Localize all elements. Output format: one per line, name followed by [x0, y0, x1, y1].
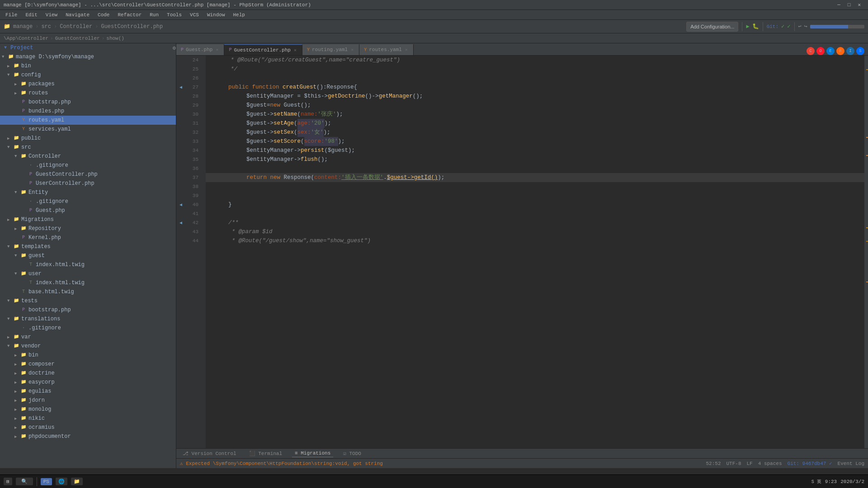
bottom-tab-migrations[interactable]: ≡ Migrations	[292, 450, 333, 457]
tree-item-bin[interactable]: ▶ 📁 bin	[0, 61, 176, 70]
tree-item-repository[interactable]: ▶ 📁 Repository	[0, 224, 176, 233]
breadcrumb-manage[interactable]: manage	[13, 23, 33, 30]
taskbar-app-phpstorm[interactable]: PS	[41, 478, 52, 485]
tree-item-nikic[interactable]: ▶ 📁 nikic	[0, 414, 176, 423]
tree-item-manage[interactable]: ▼ 📁 manage D:\symfony\manage	[0, 52, 176, 61]
tree-item-gitignore-entity[interactable]: · .gitignore	[0, 197, 176, 206]
usercontroller-label: UserController.php	[36, 180, 94, 187]
taskbar-app-files[interactable]: 📁	[71, 478, 83, 485]
tab-routing-yaml[interactable]: Y routing.yaml ✕	[302, 44, 359, 55]
tree-item-base-twig[interactable]: T base.html.twig	[0, 287, 176, 296]
menu-edit[interactable]: Edit	[22, 11, 41, 19]
menu-view[interactable]: View	[42, 11, 61, 19]
breadcrumb-src[interactable]: src	[41, 23, 51, 30]
minimize-btn[interactable]: ─	[834, 2, 844, 8]
tree-item-doctrine[interactable]: ▶ 📁 doctrine	[0, 369, 176, 378]
tree-item-guest-php[interactable]: P Guest.php	[0, 206, 176, 215]
tree-item-gitignore-ctrl[interactable]: · .gitignore	[0, 161, 176, 170]
maximize-btn[interactable]: □	[844, 2, 854, 8]
tree-item-src[interactable]: ▼ 📁 src	[0, 143, 176, 152]
right-scrollbar-accent	[864, 56, 868, 448]
tree-item-routes[interactable]: ▶ 📁 routes	[0, 89, 176, 98]
tab-guest-php-close[interactable]: ✕	[215, 47, 219, 53]
add-configuration-button[interactable]: Add Configuration...	[686, 22, 738, 32]
firefox-icon[interactable]: F	[836, 47, 844, 55]
menu-run[interactable]: Run	[146, 11, 162, 19]
tree-item-index-html-twig[interactable]: T index.html.twig	[0, 260, 176, 269]
status-event-log[interactable]: Event Log	[838, 461, 864, 466]
tab-routes-yaml-close[interactable]: ✕	[404, 47, 409, 53]
tree-item-composer[interactable]: ▶ 📁 composer	[0, 360, 176, 369]
tree-item-controller-folder[interactable]: ▼ 📁 Controller	[0, 152, 176, 161]
tree-item-phpdocumentor[interactable]: ▶ 📁 phpdocumentor	[0, 432, 176, 441]
tree-item-egulias[interactable]: ▶ 📁 egulias	[0, 387, 176, 396]
git-check-2[interactable]: ✓	[787, 23, 790, 30]
tree-item-jdorn[interactable]: ▶ 📁 jdorn	[0, 396, 176, 405]
breadcrumb-file[interactable]: GuestController.php	[101, 23, 163, 30]
tree-item-migrations[interactable]: ▶ 📁 Migrations	[0, 215, 176, 224]
tab-routing-yaml-close[interactable]: ✕	[350, 47, 354, 53]
taskbar-search[interactable]: 🔍	[16, 478, 33, 485]
sidebar-settings-icon[interactable]: ⚙	[173, 45, 176, 52]
menu-vcs[interactable]: VCS	[186, 11, 203, 19]
tree-item-tests[interactable]: ▼ 📁 tests	[0, 296, 176, 305]
menu-navigate[interactable]: Navigate	[62, 11, 93, 19]
bottom-tab-version-control[interactable]: ⎇ Version Control	[180, 450, 239, 458]
code-content[interactable]: * @Route("/guest/creatGuest",name="creat…	[206, 56, 864, 448]
tab-guest-php[interactable]: P Guest.php ✕	[176, 44, 224, 55]
tree-item-packages[interactable]: ▶ 📁 packages	[0, 80, 176, 89]
tree-item-monolog[interactable]: ▶ 📁 monolog	[0, 405, 176, 414]
tree-item-bundles-php[interactable]: P bundles.php	[0, 107, 176, 116]
menu-help[interactable]: Help	[230, 11, 249, 19]
tree-item-routes-yaml[interactable]: Y routes.yaml	[0, 116, 176, 125]
tab-routes-yaml[interactable]: Y routes.yaml ✕	[359, 44, 414, 55]
gutter-24	[176, 56, 185, 65]
menu-tools[interactable]: Tools	[163, 11, 185, 19]
tree-item-guest-tpl[interactable]: ▼ 📁 guest	[0, 251, 176, 260]
tree-item-user-tpl[interactable]: ▼ 📁 user	[0, 269, 176, 278]
menu-window[interactable]: Window	[203, 11, 229, 19]
opera-icon[interactable]: O	[816, 47, 825, 55]
bottom-tab-todo[interactable]: ☑ TODO	[340, 450, 364, 458]
tree-item-bin-vendor[interactable]: ▶ 📁 bin	[0, 351, 176, 360]
taskbar-start[interactable]: ⊞	[4, 478, 12, 485]
ie-icon[interactable]: I	[846, 47, 854, 55]
undo-icon[interactable]: ↩	[798, 23, 802, 30]
menu-refactor[interactable]: Refactor	[114, 11, 145, 19]
edge-icon[interactable]: E	[826, 47, 835, 55]
redo-icon[interactable]: ↪	[804, 23, 807, 30]
tree-item-ocramius[interactable]: ▶ 📁 ocramius	[0, 423, 176, 432]
tree-item-guestcontroller[interactable]: P GuestController.php	[0, 170, 176, 179]
tree-item-translations[interactable]: ▼ 📁 translations	[0, 314, 176, 324]
debug-icon[interactable]: 🐛	[752, 23, 759, 30]
safari-icon[interactable]: S	[856, 47, 864, 55]
tree-item-vendor[interactable]: ▼ 📁 vendor	[0, 342, 176, 351]
menu-file[interactable]: File	[2, 11, 21, 19]
title-bar: manage [D:\symfony\manage] - ...\src\Con…	[0, 0, 868, 10]
tab-guestcontroller[interactable]: P GuestController.php ✕	[224, 44, 302, 55]
tree-item-kernel[interactable]: P Kernel.php	[0, 233, 176, 242]
tree-item-services-yaml[interactable]: Y services.yaml	[0, 125, 176, 134]
tree-item-var[interactable]: ▶ 📁 var	[0, 333, 176, 342]
tree-item-templates[interactable]: ▼ 📁 templates	[0, 242, 176, 251]
tree-item-usercontroller[interactable]: P UserController.php	[0, 179, 176, 188]
chrome-icon[interactable]: C	[807, 47, 815, 55]
run-icon[interactable]: ▶	[746, 23, 749, 30]
git-check-1[interactable]: ✓	[781, 23, 784, 30]
taskbar-app-chrome[interactable]: 🌐	[56, 478, 67, 485]
tree-item-config[interactable]: ▼ 📁 config	[0, 70, 176, 80]
code-editor[interactable]: ◀ ◀ ◀ 24 25	[176, 56, 868, 448]
tab-guestcontroller-close[interactable]: ✕	[293, 47, 297, 53]
tree-item-bootstrap-tests[interactable]: P bootstrap.php	[0, 305, 176, 314]
tree-item-gitignore-trans[interactable]: · .gitignore	[0, 324, 176, 333]
tree-item-public[interactable]: ▶ 📁 public	[0, 134, 176, 143]
tree-item-easycorp[interactable]: ▶ 📁 easycorp	[0, 378, 176, 387]
tree-item-entity[interactable]: ▼ 📁 Entity	[0, 188, 176, 197]
code-line-41	[206, 209, 864, 218]
close-btn[interactable]: ✕	[854, 2, 864, 8]
tree-item-user-index-twig[interactable]: T index.html.twig	[0, 278, 176, 287]
breadcrumb-controller[interactable]: Controller	[60, 23, 92, 30]
menu-code[interactable]: Code	[94, 11, 113, 19]
bottom-tab-terminal[interactable]: ⬛ Terminal	[246, 450, 285, 458]
tree-item-bootstrap-php[interactable]: P bootstrap.php	[0, 98, 176, 107]
